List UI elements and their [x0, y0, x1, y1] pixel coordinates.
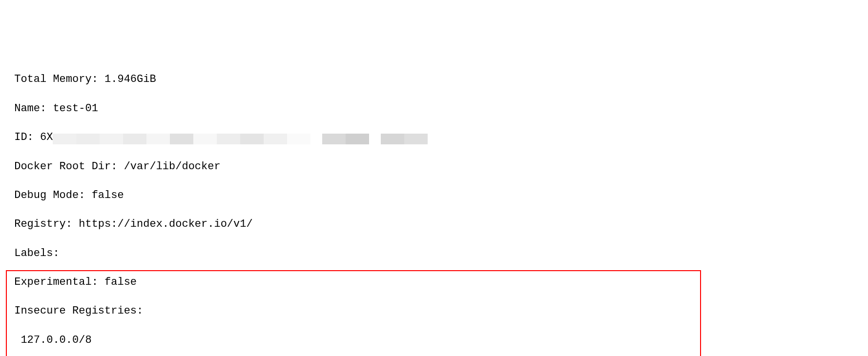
- terminal-output[interactable]: Total Memory: 1.946GiB Name: test-01 ID:…: [8, 58, 868, 356]
- labels-line: Labels:: [8, 246, 868, 261]
- redacted-id: [53, 132, 428, 142]
- debug-mode-line: Debug Mode: false: [8, 188, 868, 203]
- insecure-entry-line: 127.0.0.0/8: [8, 333, 868, 348]
- registry-line: Registry: https://index.docker.io/v1/: [8, 217, 868, 232]
- name-line: Name: test-01: [8, 101, 868, 116]
- id-line: ID: 6X: [8, 130, 868, 145]
- total-memory-line: Total Memory: 1.946GiB: [8, 72, 868, 87]
- id-prefix: ID: 6X: [8, 131, 53, 143]
- insecure-registries-line: Insecure Registries:: [8, 304, 868, 318]
- experimental-line: Experimental: false: [8, 275, 868, 290]
- docker-root-dir-line: Docker Root Dir: /var/lib/docker: [8, 159, 868, 174]
